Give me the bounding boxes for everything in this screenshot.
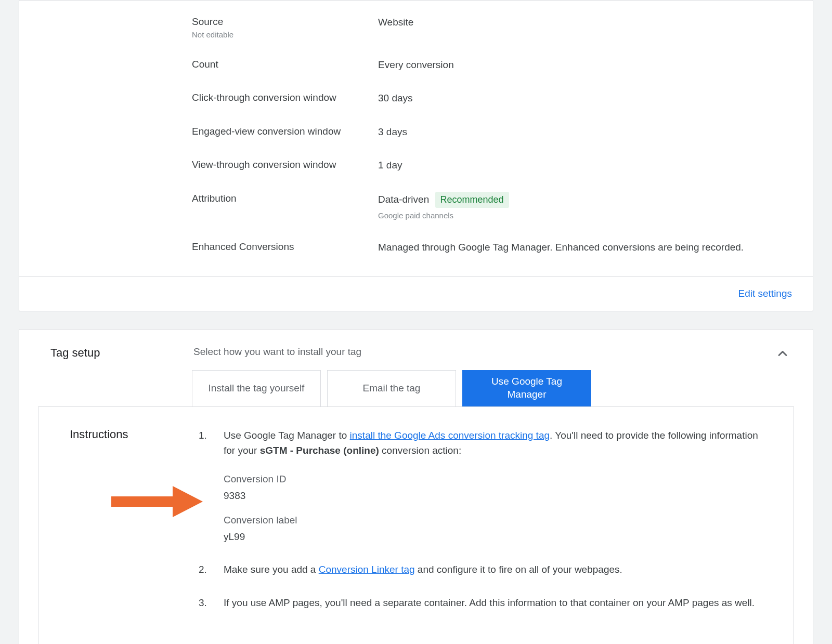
setting-label: Count — [192, 58, 378, 72]
setting-row-attribution: Attribution Data-driven Recommended Goog… — [192, 192, 782, 222]
settings-rows: Source Not editable Website Count Every … — [19, 15, 813, 276]
setting-value: Every conversion — [378, 59, 454, 70]
conversion-label-value: yL99 — [224, 529, 762, 544]
conversion-id-label: Conversion ID — [224, 471, 762, 487]
conversion-id-value: 9383 — [224, 488, 762, 503]
chevron-up-icon — [775, 352, 790, 363]
step2-text-post: and configure it to fire on all of your … — [415, 564, 622, 575]
conversion-settings-card: Source Not editable Website Count Every … — [19, 0, 813, 311]
setting-value-sub: Google paid channels — [378, 210, 782, 222]
setting-label: Attribution — [192, 192, 378, 206]
conversion-linker-tag-link[interactable]: Conversion Linker tag — [319, 564, 415, 575]
arrow-right-icon — [111, 483, 205, 523]
tab-use-gtm[interactable]: Use Google Tag Manager — [462, 370, 591, 406]
setting-value: Website — [378, 17, 413, 28]
tab-email-tag[interactable]: Email the tag — [327, 370, 456, 406]
setting-label: Engaged-view conversion window — [192, 125, 378, 139]
tag-setup-card: Tag setup Select how you want to install… — [19, 329, 813, 644]
edit-settings-button[interactable]: Edit settings — [738, 288, 792, 299]
recommended-badge: Recommended — [435, 192, 509, 208]
setting-row-view-through-window: View-through conversion window 1 day — [192, 158, 782, 173]
setting-value: 1 day — [378, 160, 402, 170]
instruction-step-1: Use Google Tag Manager to install the Go… — [194, 428, 762, 545]
step3-text: If you use AMP pages, you'll need a sepa… — [224, 597, 755, 608]
setting-label: View-through conversion window — [192, 158, 378, 172]
tag-setup-title: Tag setup — [50, 346, 193, 360]
tab-install-yourself[interactable]: Install the tag yourself — [192, 370, 321, 406]
instructions-title: Instructions — [70, 428, 194, 441]
collapse-toggle[interactable] — [775, 346, 790, 363]
step2-text-pre: Make sure you add a — [224, 564, 319, 575]
conversion-action-name: sGTM - Purchase (online) — [260, 445, 379, 456]
step1-text-post: conversion action: — [379, 445, 461, 456]
instructions-panel: Instructions Use Google Tag Manager to i… — [38, 406, 794, 644]
setting-value: 30 days — [378, 93, 413, 103]
tag-setup-tabs: Install the tag yourself Email the tag U… — [19, 370, 813, 406]
setting-value: Managed through Google Tag Manager. Enha… — [378, 242, 744, 253]
svg-rect-0 — [111, 496, 173, 507]
instruction-step-3: If you use AMP pages, you'll need a sepa… — [194, 595, 762, 610]
step1-text-pre: Use Google Tag Manager to — [224, 430, 350, 441]
setting-row-count: Count Every conversion — [192, 58, 782, 73]
setting-row-enhanced-conversions: Enhanced Conversions Managed through Goo… — [192, 240, 782, 255]
tag-setup-subtitle: Select how you want to install your tag — [193, 346, 782, 358]
setting-row-source: Source Not editable Website — [192, 15, 782, 39]
setting-row-engaged-view-window: Engaged-view conversion window 3 days — [192, 125, 782, 140]
conversion-label-label: Conversion label — [224, 512, 762, 528]
setting-sublabel: Not editable — [192, 30, 378, 39]
setting-label: Source — [192, 15, 378, 29]
setting-label: Click-through conversion window — [192, 91, 378, 105]
instruction-step-2: Make sure you add a Conversion Linker ta… — [194, 562, 762, 577]
settings-card-footer: Edit settings — [19, 276, 813, 311]
setting-value: 3 days — [378, 126, 407, 137]
setting-label: Enhanced Conversions — [192, 240, 378, 254]
setting-value: Data-driven — [378, 194, 429, 205]
setting-row-click-through-window: Click-through conversion window 30 days — [192, 91, 782, 106]
install-ads-tracking-tag-link[interactable]: install the Google Ads conversion tracki… — [350, 430, 550, 441]
